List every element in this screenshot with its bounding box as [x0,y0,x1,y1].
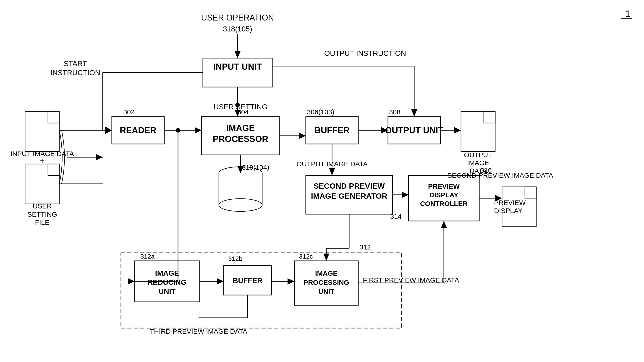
page-number: 1 [625,8,630,19]
preview-dc-label1: PREVIEW [428,182,460,190]
ref-310: 310(104) [242,164,269,171]
output-instruction-label: OUTPUT INSTRUCTION [324,49,406,57]
ipu-label1: IMAGE [315,270,338,277]
user-setting-file-label1: USER [33,202,52,210]
svg-marker-24 [288,278,294,285]
plus-sign: + [40,156,44,165]
third-preview-data-label: THIRD PREVIEW IMAGE DATA [150,328,247,335]
iru-label3: UNIT [158,287,176,296]
user-operation-label: USER OPERATION [201,13,274,22]
reader-label: READER [120,126,156,135]
svg-marker-10 [411,109,417,117]
ref-314: 314 [390,212,402,220]
second-preview-label1: SECOND PREVIEW [314,181,385,190]
ipu-label2: PROCESSING [304,279,349,286]
image-processor-label1: IMAGE [226,123,255,133]
output-unit-label: OUTPUT UNIT [385,126,443,135]
preview-display-label2: DISPLAY [494,207,522,214]
preview-dc-label2: DISPLAY [429,191,458,199]
svg-marker-32 [96,154,103,160]
svg-marker-22 [128,278,135,285]
user-setting-file-label2: SETTING [28,210,57,218]
output-image-data-right-label1: OUTPUT [464,151,492,159]
svg-marker-11 [105,127,112,134]
svg-marker-16 [454,127,461,134]
start-instruction-label: START [64,59,87,68]
preview-display-label1: PREVIEW [494,199,526,206]
preview-dc-label3: CONTROLLER [420,200,468,207]
iru-label2: REDUCING [148,278,187,286]
svg-marker-17 [329,168,335,176]
ref-312a: 312a [140,253,155,260]
svg-marker-23 [217,278,224,285]
svg-marker-29 [323,254,329,261]
second-preview-data-label: SECOND PREVIEW IMAGE DATA [447,172,553,179]
ref-308: 308 [389,108,400,116]
ref-312b: 312b [228,255,242,262]
ref-312c: 312c [299,253,313,260]
ref-316: 316 [480,167,492,174]
iru-label1: IMAGE [155,269,179,277]
image-processor-label2: PROCESSOR [213,134,268,144]
svg-marker-18 [402,191,408,198]
svg-marker-26 [441,221,447,228]
ipu-label3: UNIT [318,288,334,295]
junction-dot2 [235,103,240,107]
user-setting-file-label3: FILE [35,219,49,226]
ref-318: 318(105) [223,25,252,33]
arrow-user-op-head [234,51,240,58]
svg-marker-12 [195,127,202,134]
cylinder-bottom [219,199,262,211]
buffer-label: BUFFER [314,126,350,135]
diagram-container: 1 INPUT UNIT IMAGE PROCESSOR READER BUFF… [0,0,644,362]
svg-marker-14 [299,133,306,139]
ref-302: 302 [123,108,135,116]
ref-306: 306(103) [307,108,334,116]
ref-312: 312 [360,243,371,251]
output-image-data-right-label2: IMAGE [467,159,489,167]
buffer-small-label: BUFFER [233,277,262,285]
start-instruction-label2: INSTRUCTION [50,69,100,77]
input-unit-label: INPUT UNIT [213,62,262,72]
second-preview-label2: IMAGE GENERATOR [311,191,388,200]
